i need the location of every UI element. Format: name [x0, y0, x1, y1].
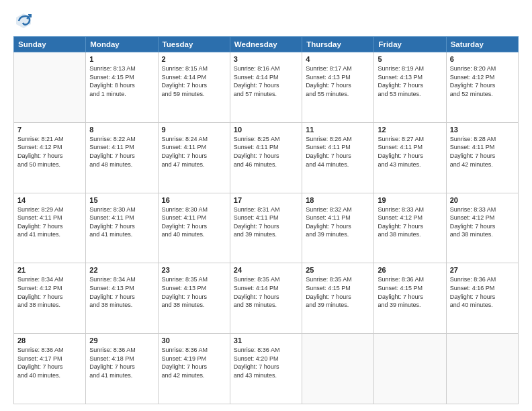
calendar-cell: 22Sunrise: 8:34 AM Sunset: 4:13 PM Dayli…	[86, 263, 158, 334]
day-number: 2	[162, 55, 226, 63]
calendar-week-row: 7Sunrise: 8:21 AM Sunset: 4:12 PM Daylig…	[14, 122, 519, 193]
day-number: 16	[162, 196, 226, 204]
weekday-header: Friday	[374, 37, 446, 52]
calendar-cell	[374, 334, 446, 404]
calendar-cell: 21Sunrise: 8:34 AM Sunset: 4:12 PM Dayli…	[14, 263, 86, 334]
calendar-cell: 29Sunrise: 8:36 AM Sunset: 4:18 PM Dayli…	[86, 334, 158, 404]
day-number: 21	[17, 266, 82, 274]
day-number: 8	[89, 126, 154, 134]
cell-info: Sunrise: 8:25 AM Sunset: 4:11 PM Dayligh…	[234, 135, 298, 169]
cell-info: Sunrise: 8:30 AM Sunset: 4:11 PM Dayligh…	[89, 205, 154, 239]
weekday-header: Wednesday	[230, 37, 302, 52]
day-number: 24	[234, 266, 298, 274]
day-number: 1	[89, 55, 154, 63]
calendar-cell: 18Sunrise: 8:32 AM Sunset: 4:11 PM Dayli…	[302, 193, 374, 263]
day-number: 23	[162, 266, 226, 274]
calendar-cell: 6Sunrise: 8:20 AM Sunset: 4:12 PM Daylig…	[446, 52, 518, 123]
weekday-header: Thursday	[302, 37, 374, 52]
calendar-table: SundayMondayTuesdayWednesdayThursdayFrid…	[13, 36, 519, 404]
cell-info: Sunrise: 8:31 AM Sunset: 4:11 PM Dayligh…	[234, 205, 298, 239]
cell-info: Sunrise: 8:36 AM Sunset: 4:19 PM Dayligh…	[162, 346, 226, 379]
cell-info: Sunrise: 8:17 AM Sunset: 4:13 PM Dayligh…	[306, 64, 370, 98]
calendar-cell: 25Sunrise: 8:35 AM Sunset: 4:15 PM Dayli…	[302, 263, 374, 334]
cell-info: Sunrise: 8:13 AM Sunset: 4:15 PM Dayligh…	[89, 64, 154, 98]
day-number: 22	[89, 266, 154, 274]
cell-info: Sunrise: 8:24 AM Sunset: 4:11 PM Dayligh…	[162, 135, 226, 169]
cell-info: Sunrise: 8:29 AM Sunset: 4:11 PM Dayligh…	[17, 205, 82, 239]
day-number: 31	[234, 336, 298, 345]
day-number: 12	[378, 126, 442, 134]
calendar-week-row: 1Sunrise: 8:13 AM Sunset: 4:15 PM Daylig…	[14, 52, 519, 123]
calendar-header-row: SundayMondayTuesdayWednesdayThursdayFrid…	[14, 37, 519, 52]
calendar-cell: 15Sunrise: 8:30 AM Sunset: 4:11 PM Dayli…	[86, 193, 158, 263]
calendar-cell: 7Sunrise: 8:21 AM Sunset: 4:12 PM Daylig…	[14, 122, 86, 193]
calendar-cell: 10Sunrise: 8:25 AM Sunset: 4:11 PM Dayli…	[230, 122, 302, 193]
day-number: 11	[306, 126, 370, 134]
cell-info: Sunrise: 8:36 AM Sunset: 4:15 PM Dayligh…	[378, 275, 442, 309]
calendar-cell: 13Sunrise: 8:28 AM Sunset: 4:11 PM Dayli…	[446, 122, 518, 193]
cell-info: Sunrise: 8:34 AM Sunset: 4:12 PM Dayligh…	[17, 275, 82, 309]
calendar-week-row: 14Sunrise: 8:29 AM Sunset: 4:11 PM Dayli…	[14, 193, 519, 263]
day-number: 27	[450, 266, 515, 274]
day-number: 10	[234, 126, 298, 134]
cell-info: Sunrise: 8:32 AM Sunset: 4:11 PM Dayligh…	[306, 205, 370, 239]
calendar-cell: 2Sunrise: 8:15 AM Sunset: 4:14 PM Daylig…	[158, 52, 230, 123]
day-number: 13	[450, 126, 515, 134]
calendar-cell: 3Sunrise: 8:16 AM Sunset: 4:14 PM Daylig…	[230, 52, 302, 123]
cell-info: Sunrise: 8:33 AM Sunset: 4:12 PM Dayligh…	[450, 205, 515, 239]
cell-info: Sunrise: 8:36 AM Sunset: 4:18 PM Dayligh…	[89, 346, 154, 379]
day-number: 19	[378, 196, 442, 204]
weekday-header: Saturday	[446, 37, 518, 52]
cell-info: Sunrise: 8:35 AM Sunset: 4:15 PM Dayligh…	[306, 275, 370, 309]
calendar-cell: 23Sunrise: 8:35 AM Sunset: 4:13 PM Dayli…	[158, 263, 230, 334]
cell-info: Sunrise: 8:36 AM Sunset: 4:17 PM Dayligh…	[17, 346, 82, 379]
header	[13, 11, 519, 31]
calendar-cell: 11Sunrise: 8:26 AM Sunset: 4:11 PM Dayli…	[302, 122, 374, 193]
day-number: 29	[89, 336, 154, 345]
day-number: 9	[162, 126, 226, 134]
logo-icon	[13, 11, 34, 31]
cell-info: Sunrise: 8:26 AM Sunset: 4:11 PM Dayligh…	[306, 135, 370, 169]
day-number: 28	[17, 336, 82, 345]
day-number: 5	[378, 55, 442, 63]
weekday-header: Sunday	[14, 37, 86, 52]
day-number: 6	[450, 55, 515, 63]
calendar-cell: 12Sunrise: 8:27 AM Sunset: 4:11 PM Dayli…	[374, 122, 446, 193]
cell-info: Sunrise: 8:20 AM Sunset: 4:12 PM Dayligh…	[450, 64, 515, 98]
cell-info: Sunrise: 8:33 AM Sunset: 4:12 PM Dayligh…	[378, 205, 442, 239]
calendar-cell: 16Sunrise: 8:30 AM Sunset: 4:11 PM Dayli…	[158, 193, 230, 263]
weekday-header: Tuesday	[158, 37, 230, 52]
calendar-cell: 28Sunrise: 8:36 AM Sunset: 4:17 PM Dayli…	[14, 334, 86, 404]
cell-info: Sunrise: 8:36 AM Sunset: 4:16 PM Dayligh…	[450, 275, 515, 309]
day-number: 7	[17, 126, 82, 134]
calendar-week-row: 28Sunrise: 8:36 AM Sunset: 4:17 PM Dayli…	[14, 334, 519, 404]
day-number: 20	[450, 196, 515, 204]
day-number: 4	[306, 55, 370, 63]
calendar-cell: 14Sunrise: 8:29 AM Sunset: 4:11 PM Dayli…	[14, 193, 86, 263]
cell-info: Sunrise: 8:27 AM Sunset: 4:11 PM Dayligh…	[378, 135, 442, 169]
day-number: 14	[17, 196, 82, 204]
calendar-cell: 8Sunrise: 8:22 AM Sunset: 4:11 PM Daylig…	[86, 122, 158, 193]
day-number: 26	[378, 266, 442, 274]
calendar-week-row: 21Sunrise: 8:34 AM Sunset: 4:12 PM Dayli…	[14, 263, 519, 334]
calendar-cell: 24Sunrise: 8:35 AM Sunset: 4:14 PM Dayli…	[230, 263, 302, 334]
day-number: 25	[306, 266, 370, 274]
day-number: 18	[306, 196, 370, 204]
calendar-cell: 30Sunrise: 8:36 AM Sunset: 4:19 PM Dayli…	[158, 334, 230, 404]
cell-info: Sunrise: 8:19 AM Sunset: 4:13 PM Dayligh…	[378, 64, 442, 98]
weekday-header: Monday	[86, 37, 158, 52]
calendar-cell: 9Sunrise: 8:24 AM Sunset: 4:11 PM Daylig…	[158, 122, 230, 193]
calendar-cell: 27Sunrise: 8:36 AM Sunset: 4:16 PM Dayli…	[446, 263, 518, 334]
calendar-cell: 1Sunrise: 8:13 AM Sunset: 4:15 PM Daylig…	[86, 52, 158, 123]
calendar-cell: 26Sunrise: 8:36 AM Sunset: 4:15 PM Dayli…	[374, 263, 446, 334]
calendar-cell: 5Sunrise: 8:19 AM Sunset: 4:13 PM Daylig…	[374, 52, 446, 123]
cell-info: Sunrise: 8:30 AM Sunset: 4:11 PM Dayligh…	[162, 205, 226, 239]
day-number: 17	[234, 196, 298, 204]
calendar-cell	[446, 334, 518, 404]
logo	[13, 11, 36, 31]
cell-info: Sunrise: 8:21 AM Sunset: 4:12 PM Dayligh…	[17, 135, 82, 169]
calendar-cell: 4Sunrise: 8:17 AM Sunset: 4:13 PM Daylig…	[302, 52, 374, 123]
calendar-cell	[302, 334, 374, 404]
cell-info: Sunrise: 8:35 AM Sunset: 4:14 PM Dayligh…	[234, 275, 298, 309]
day-number: 30	[162, 336, 226, 345]
